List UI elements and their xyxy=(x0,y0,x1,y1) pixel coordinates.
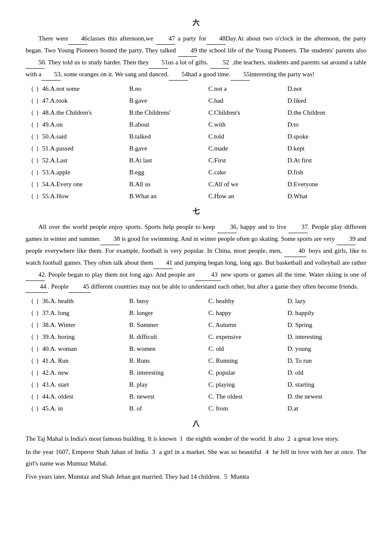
blank-52: 52 xyxy=(210,57,229,69)
opt-41d: D. To run xyxy=(287,355,366,367)
options-39: A. boring B. difficult C. expensive D. i… xyxy=(50,331,366,343)
blank-48: 48 xyxy=(206,33,225,45)
question-51: （ ）51. A.passed B.gave C.made D.kept xyxy=(26,143,366,154)
opt-50a: A.said xyxy=(50,131,130,142)
paren-37: （ xyxy=(26,307,36,319)
opt-46a: A.not some xyxy=(50,83,130,95)
question-48: （ ）48. A.the Children's B.the Childrens'… xyxy=(26,107,366,119)
qnum-43: ）43. xyxy=(36,379,50,390)
qnum-39: ）39. xyxy=(36,331,50,343)
opt-55b: B.What an xyxy=(129,191,208,202)
opt-41b: B. Runs xyxy=(129,355,208,367)
opt-42d: D. old xyxy=(287,367,366,379)
passage-qi: All over the world people enjoy sports. … xyxy=(26,221,366,293)
question-53: （ ）53. A.apple B.egg C.cake D.fish xyxy=(26,167,366,178)
opt-53b: B.egg xyxy=(129,167,208,178)
options-46: A.not some B.no C.not a D.not xyxy=(50,83,366,95)
blank-41: 41 xyxy=(153,257,173,269)
passage-ba-2: In the year 1607, Emperor Shah Jahan of … xyxy=(26,446,366,469)
opt-55a: A.How xyxy=(50,191,130,202)
options-44: A. oldest B. newest C. The oldest D. the… xyxy=(50,391,366,402)
qnum-50: ）50. xyxy=(36,131,50,142)
qnum-53: ）53. xyxy=(36,167,50,178)
qnum-51: ）51. xyxy=(36,143,50,154)
blank-45: 45 xyxy=(69,281,91,293)
opt-47d: D.liked xyxy=(287,95,366,107)
qnum-52: ）52. xyxy=(36,155,50,166)
question-42: （ ）42. A. new B. interesting C. popular … xyxy=(26,367,366,379)
qnum-55: ）55. xyxy=(36,191,50,202)
opt-52d: D.At first xyxy=(287,155,366,166)
blank-37: 37 xyxy=(288,221,308,233)
blank-44: 44 xyxy=(26,281,48,293)
opt-40d: D. young xyxy=(287,343,366,355)
blank-54: 54 xyxy=(169,69,188,81)
passage-ba-3: Five years later, Mumtaz and Shah Jehan … xyxy=(26,471,366,483)
opt-38a: A. Winter xyxy=(50,319,130,331)
options-36: A. health B. busy C. healthy D. lazy xyxy=(50,295,366,307)
question-38: （ ）38. A. Winter B. Summer C. Autumn D. … xyxy=(26,319,366,331)
opt-54b: B.All us xyxy=(129,179,208,190)
paren-51: （ xyxy=(26,143,36,154)
opt-37d: D. happily xyxy=(287,307,366,319)
opt-40c: C. old xyxy=(208,343,288,355)
blank-49: 49 xyxy=(178,45,197,57)
opt-38c: C. Autumn xyxy=(208,319,288,331)
opt-54d: D.Everyone xyxy=(287,179,366,190)
opt-48c: C.Children's xyxy=(208,107,288,119)
paren-41: （ xyxy=(26,355,36,367)
options-51: A.passed B.gave C.made D.kept xyxy=(50,143,366,154)
blank-42: 42 xyxy=(26,269,45,281)
question-44: （ ）44. A. oldest B. newest C. The oldest… xyxy=(26,391,366,402)
opt-46b: B.no xyxy=(129,83,208,95)
paren-49: （ xyxy=(26,119,36,130)
options-55: A.How B.What an C.How an D.What xyxy=(50,191,366,202)
opt-43c: C. playing xyxy=(208,379,288,390)
passage-ba-1: The Taj Mahal is India's most famous bui… xyxy=(26,433,366,445)
blank-40: 40 xyxy=(284,245,307,257)
question-54: （ ）54. A.Every one B.All us C.All of we … xyxy=(26,179,366,190)
opt-37a: A. long xyxy=(50,307,130,319)
opt-39c: C. expensive xyxy=(208,331,288,343)
section-liu: 六 There were46classes this afternoon,we … xyxy=(26,17,366,202)
qnum-49: ）49. xyxy=(36,119,50,130)
paren-44: （ xyxy=(26,391,36,402)
qnum-36: ）36. xyxy=(36,295,50,307)
opt-51d: D.kept xyxy=(287,143,366,154)
question-37: （ ）37. A. long B. longer C. happy D. hap… xyxy=(26,307,366,319)
opt-42c: C. popular xyxy=(208,367,288,379)
opt-49c: C.with xyxy=(208,119,288,130)
qnum-38: ）38. xyxy=(36,319,50,331)
opt-49a: A.on xyxy=(50,119,130,130)
opt-50d: D.spoke xyxy=(287,131,366,142)
paren-55: （ xyxy=(26,191,36,202)
opt-41c: C. Running xyxy=(208,355,288,367)
question-46: （ ）46. A.not some B.no C.not a D.not xyxy=(26,83,366,95)
question-41: （ ）41. A. Run B. Runs C. Running D. To r… xyxy=(26,355,366,367)
opt-46d: D.not xyxy=(287,83,366,95)
options-50: A.said B.talked C.told D.spoke xyxy=(50,131,366,142)
opt-47a: A.took xyxy=(50,95,130,107)
qnum-45: ）45. xyxy=(36,403,50,414)
opt-49d: D.to xyxy=(287,119,366,130)
paren-38: （ xyxy=(26,319,36,331)
paren-40: （ xyxy=(26,343,36,355)
section-qi: 七 All over the world people enjoy sports… xyxy=(26,205,366,414)
question-47: （ ）47. A.took B.gave C.had D.liked xyxy=(26,95,366,107)
opt-51a: A.passed xyxy=(50,143,130,154)
opt-51c: C.made xyxy=(208,143,288,154)
opt-42b: B. interesting xyxy=(129,367,208,379)
paren-48: （ xyxy=(26,107,36,119)
opt-47b: B.gave xyxy=(129,95,208,107)
paren-50: （ xyxy=(26,131,36,142)
blank-39: 39 xyxy=(337,233,356,245)
opt-41a: A. Run xyxy=(50,355,130,367)
paren-43: （ xyxy=(26,379,36,390)
options-41: A. Run B. Runs C. Running D. To run xyxy=(50,355,366,367)
blank-53: 53 xyxy=(41,69,61,81)
opt-44d: D. the newest xyxy=(287,391,366,402)
opt-52b: B.At last xyxy=(129,155,208,166)
opt-43d: D. starting xyxy=(287,379,366,390)
options-54: A.Every one B.All us C.All of we D.Every… xyxy=(50,179,366,190)
opt-50b: B.talked xyxy=(129,131,208,142)
